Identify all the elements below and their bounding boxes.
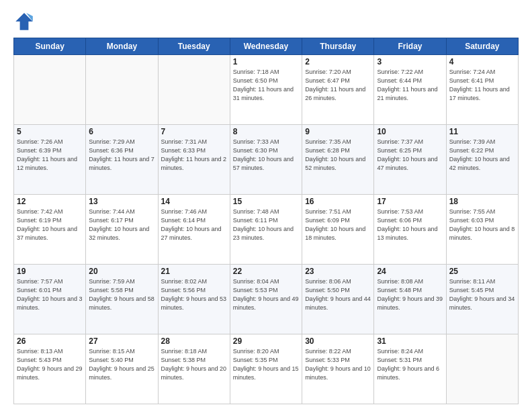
header — [13, 11, 519, 32]
calendar-cell: 17Sunrise: 7:53 AM Sunset: 6:06 PM Dayli… — [374, 195, 446, 265]
day-number: 23 — [305, 267, 371, 276]
day-number: 19 — [17, 267, 83, 276]
calendar-cell: 18Sunrise: 7:55 AM Sunset: 6:03 PM Dayli… — [446, 195, 518, 265]
day-number: 18 — [449, 197, 515, 206]
day-info: Sunrise: 8:20 AM Sunset: 5:35 PM Dayligh… — [233, 347, 299, 382]
day-info: Sunrise: 7:22 AM Sunset: 6:44 PM Dayligh… — [377, 68, 443, 103]
day-number: 3 — [377, 57, 443, 66]
day-number: 8 — [233, 127, 299, 136]
day-info: Sunrise: 7:29 AM Sunset: 6:36 PM Dayligh… — [89, 138, 154, 173]
day-info: Sunrise: 8:11 AM Sunset: 5:45 PM Dayligh… — [449, 277, 515, 312]
day-info: Sunrise: 7:24 AM Sunset: 6:41 PM Dayligh… — [449, 68, 515, 103]
day-number: 16 — [305, 197, 371, 206]
calendar-cell: 24Sunrise: 8:08 AM Sunset: 5:48 PM Dayli… — [374, 265, 446, 334]
calendar-cell — [14, 55, 86, 125]
day-info: Sunrise: 7:55 AM Sunset: 6:03 PM Dayligh… — [449, 208, 515, 242]
day-info: Sunrise: 7:18 AM Sunset: 6:50 PM Dayligh… — [233, 68, 299, 103]
logo — [13, 11, 38, 32]
calendar-cell: 1Sunrise: 7:18 AM Sunset: 6:50 PM Daylig… — [230, 55, 302, 125]
calendar-cell — [446, 334, 518, 404]
day-number: 24 — [377, 267, 443, 276]
calendar-table: SundayMondayTuesdayWednesdayThursdayFrid… — [13, 38, 519, 404]
calendar-cell: 22Sunrise: 8:04 AM Sunset: 5:53 PM Dayli… — [230, 265, 302, 334]
day-number: 21 — [161, 267, 227, 276]
calendar-cell: 16Sunrise: 7:51 AM Sunset: 6:09 PM Dayli… — [302, 195, 374, 265]
day-info: Sunrise: 7:59 AM Sunset: 5:58 PM Dayligh… — [89, 277, 154, 312]
day-number: 6 — [89, 127, 154, 136]
day-info: Sunrise: 7:46 AM Sunset: 6:14 PM Dayligh… — [161, 208, 227, 242]
calendar-cell: 25Sunrise: 8:11 AM Sunset: 5:45 PM Dayli… — [446, 265, 518, 334]
weekday-header: Thursday — [302, 38, 374, 55]
day-info: Sunrise: 8:08 AM Sunset: 5:48 PM Dayligh… — [377, 277, 443, 312]
day-number: 28 — [161, 336, 227, 346]
day-info: Sunrise: 7:26 AM Sunset: 6:39 PM Dayligh… — [17, 138, 83, 173]
day-info: Sunrise: 8:15 AM Sunset: 5:40 PM Dayligh… — [89, 347, 154, 382]
calendar-cell: 15Sunrise: 7:48 AM Sunset: 6:11 PM Dayli… — [230, 195, 302, 265]
day-number: 10 — [377, 127, 443, 136]
day-number: 2 — [305, 57, 371, 66]
calendar-cell: 3Sunrise: 7:22 AM Sunset: 6:44 PM Daylig… — [374, 55, 446, 125]
calendar-cell: 28Sunrise: 8:18 AM Sunset: 5:38 PM Dayli… — [158, 334, 230, 404]
calendar-cell: 8Sunrise: 7:33 AM Sunset: 6:30 PM Daylig… — [230, 125, 302, 195]
calendar-cell: 19Sunrise: 7:57 AM Sunset: 6:01 PM Dayli… — [14, 265, 86, 334]
day-number: 15 — [233, 197, 299, 206]
day-info: Sunrise: 8:22 AM Sunset: 5:33 PM Dayligh… — [305, 347, 371, 382]
day-number: 7 — [161, 127, 227, 136]
day-number: 31 — [377, 336, 443, 346]
calendar-cell: 29Sunrise: 8:20 AM Sunset: 5:35 PM Dayli… — [230, 334, 302, 404]
day-info: Sunrise: 7:20 AM Sunset: 6:47 PM Dayligh… — [305, 68, 371, 103]
calendar-cell: 7Sunrise: 7:31 AM Sunset: 6:33 PM Daylig… — [158, 125, 230, 195]
day-number: 9 — [305, 127, 371, 136]
weekday-header: Wednesday — [230, 38, 302, 55]
day-number: 14 — [161, 197, 227, 206]
day-number: 12 — [17, 197, 83, 206]
calendar-cell: 12Sunrise: 7:42 AM Sunset: 6:19 PM Dayli… — [14, 195, 86, 265]
day-number: 13 — [89, 197, 154, 206]
calendar-cell: 2Sunrise: 7:20 AM Sunset: 6:47 PM Daylig… — [302, 55, 374, 125]
calendar-cell: 23Sunrise: 8:06 AM Sunset: 5:50 PM Dayli… — [302, 265, 374, 334]
day-info: Sunrise: 7:48 AM Sunset: 6:11 PM Dayligh… — [233, 208, 299, 242]
logo-icon — [13, 11, 35, 32]
day-info: Sunrise: 7:57 AM Sunset: 6:01 PM Dayligh… — [17, 277, 83, 312]
day-info: Sunrise: 8:18 AM Sunset: 5:38 PM Dayligh… — [161, 347, 227, 382]
calendar-header-row: SundayMondayTuesdayWednesdayThursdayFrid… — [14, 38, 519, 55]
day-number: 17 — [377, 197, 443, 206]
day-number: 5 — [17, 127, 83, 136]
day-info: Sunrise: 7:39 AM Sunset: 6:22 PM Dayligh… — [449, 138, 515, 173]
calendar-cell: 6Sunrise: 7:29 AM Sunset: 6:36 PM Daylig… — [86, 125, 158, 195]
calendar-cell: 31Sunrise: 8:24 AM Sunset: 5:31 PM Dayli… — [374, 334, 446, 404]
day-number: 29 — [233, 336, 299, 346]
calendar-week-row: 26Sunrise: 8:13 AM Sunset: 5:43 PM Dayli… — [14, 334, 519, 404]
weekday-header: Friday — [374, 38, 446, 55]
day-info: Sunrise: 7:35 AM Sunset: 6:28 PM Dayligh… — [305, 138, 371, 173]
day-info: Sunrise: 7:53 AM Sunset: 6:06 PM Dayligh… — [377, 208, 443, 242]
day-number: 11 — [449, 127, 515, 136]
weekday-header: Sunday — [14, 38, 86, 55]
day-info: Sunrise: 8:24 AM Sunset: 5:31 PM Dayligh… — [377, 347, 443, 382]
calendar-cell: 21Sunrise: 8:02 AM Sunset: 5:56 PM Dayli… — [158, 265, 230, 334]
day-info: Sunrise: 8:02 AM Sunset: 5:56 PM Dayligh… — [161, 277, 227, 312]
day-info: Sunrise: 7:42 AM Sunset: 6:19 PM Dayligh… — [17, 208, 83, 242]
calendar-cell: 10Sunrise: 7:37 AM Sunset: 6:25 PM Dayli… — [374, 125, 446, 195]
day-number: 22 — [233, 267, 299, 276]
day-number: 27 — [89, 336, 154, 346]
calendar-cell: 11Sunrise: 7:39 AM Sunset: 6:22 PM Dayli… — [446, 125, 518, 195]
weekday-header: Tuesday — [158, 38, 230, 55]
weekday-header: Saturday — [446, 38, 518, 55]
day-number: 25 — [449, 267, 515, 276]
calendar-cell: 4Sunrise: 7:24 AM Sunset: 6:41 PM Daylig… — [446, 55, 518, 125]
day-info: Sunrise: 7:37 AM Sunset: 6:25 PM Dayligh… — [377, 138, 443, 173]
weekday-header: Monday — [86, 38, 158, 55]
day-number: 1 — [233, 57, 299, 66]
calendar-cell: 20Sunrise: 7:59 AM Sunset: 5:58 PM Dayli… — [86, 265, 158, 334]
calendar-cell: 13Sunrise: 7:44 AM Sunset: 6:17 PM Dayli… — [86, 195, 158, 265]
day-info: Sunrise: 7:31 AM Sunset: 6:33 PM Dayligh… — [161, 138, 227, 173]
day-info: Sunrise: 8:04 AM Sunset: 5:53 PM Dayligh… — [233, 277, 299, 312]
day-number: 30 — [305, 336, 371, 346]
day-number: 20 — [89, 267, 154, 276]
calendar-cell: 9Sunrise: 7:35 AM Sunset: 6:28 PM Daylig… — [302, 125, 374, 195]
day-info: Sunrise: 8:13 AM Sunset: 5:43 PM Dayligh… — [17, 347, 83, 382]
calendar-week-row: 1Sunrise: 7:18 AM Sunset: 6:50 PM Daylig… — [14, 55, 519, 125]
day-number: 26 — [17, 336, 83, 346]
day-info: Sunrise: 8:06 AM Sunset: 5:50 PM Dayligh… — [305, 277, 371, 312]
